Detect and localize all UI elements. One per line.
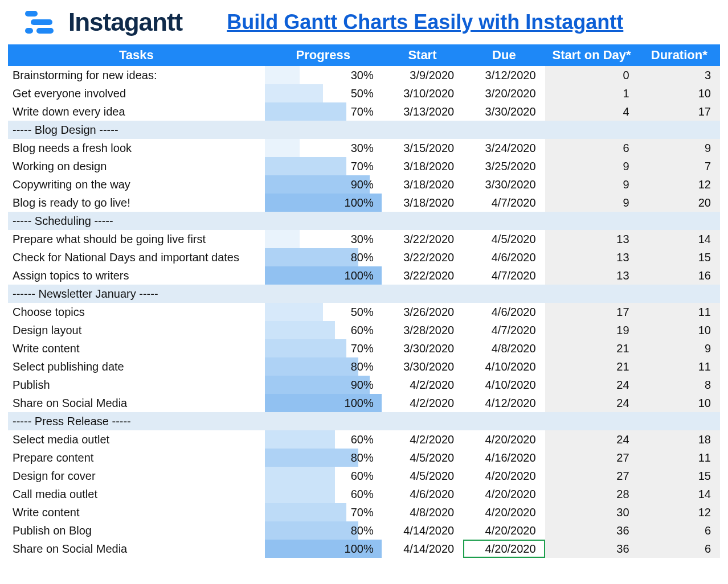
start-cell[interactable]: 3/18/2020 (382, 194, 463, 212)
start-cell[interactable]: 3/22/2020 (382, 266, 463, 285)
progress-cell[interactable]: 80% (265, 449, 382, 467)
start-on-day-cell[interactable]: 30 (545, 503, 639, 521)
task-name-cell[interactable]: Choose topics (8, 303, 265, 321)
task-name-cell[interactable]: Check for National Days and important da… (8, 248, 265, 266)
start-cell[interactable]: 4/5/2020 (382, 449, 463, 467)
progress-cell[interactable]: 30% (265, 139, 382, 157)
start-cell[interactable]: 4/2/2020 (382, 394, 463, 412)
start-on-day-cell[interactable]: 0 (545, 66, 639, 84)
duration-cell[interactable]: 18 (639, 430, 720, 449)
due-cell[interactable]: 3/12/2020 (463, 66, 545, 84)
col-tasks[interactable]: Tasks (8, 44, 265, 66)
due-cell[interactable]: 4/6/2020 (463, 248, 545, 266)
start-cell[interactable]: 4/14/2020 (382, 540, 463, 558)
duration-cell[interactable]: 8 (639, 376, 720, 394)
duration-cell[interactable]: 12 (639, 175, 720, 194)
start-cell[interactable]: 3/15/2020 (382, 139, 463, 157)
duration-cell[interactable]: 12 (639, 503, 720, 521)
duration-cell[interactable]: 6 (639, 540, 720, 558)
start-cell[interactable]: 3/30/2020 (382, 339, 463, 357)
task-name-cell[interactable]: Call media outlet (8, 485, 265, 503)
due-cell[interactable]: 3/30/2020 (463, 175, 545, 194)
due-cell[interactable]: 4/6/2020 (463, 303, 545, 321)
start-on-day-cell[interactable]: 9 (545, 175, 639, 194)
start-cell[interactable]: 3/10/2020 (382, 84, 463, 102)
due-cell[interactable]: 4/16/2020 (463, 449, 545, 467)
duration-cell[interactable]: 9 (639, 139, 720, 157)
task-name-cell[interactable]: Prepare what should be going live first (8, 230, 265, 248)
start-cell[interactable]: 4/6/2020 (382, 485, 463, 503)
duration-cell[interactable]: 11 (639, 449, 720, 467)
duration-cell[interactable]: 15 (639, 467, 720, 485)
start-on-day-cell[interactable]: 28 (545, 485, 639, 503)
progress-cell[interactable]: 60% (265, 430, 382, 449)
start-on-day-cell[interactable]: 4 (545, 102, 639, 121)
progress-cell[interactable]: 50% (265, 303, 382, 321)
task-name-cell[interactable]: Design for cover (8, 467, 265, 485)
progress-cell[interactable]: 100% (265, 266, 382, 285)
start-cell[interactable]: 3/9/2020 (382, 66, 463, 84)
progress-cell[interactable]: 80% (265, 521, 382, 540)
due-cell[interactable]: 3/20/2020 (463, 84, 545, 102)
due-cell[interactable]: 4/10/2020 (463, 376, 545, 394)
due-cell[interactable]: 4/7/2020 (463, 194, 545, 212)
start-on-day-cell[interactable]: 36 (545, 540, 639, 558)
task-name-cell[interactable]: Publish (8, 376, 265, 394)
duration-cell[interactable]: 14 (639, 485, 720, 503)
start-cell[interactable]: 3/13/2020 (382, 102, 463, 121)
duration-cell[interactable]: 11 (639, 303, 720, 321)
task-name-cell[interactable]: Publish on Blog (8, 521, 265, 540)
task-name-cell[interactable]: Assign topics to writers (8, 266, 265, 285)
progress-cell[interactable]: 70% (265, 157, 382, 175)
start-on-day-cell[interactable]: 21 (545, 357, 639, 376)
due-cell[interactable]: 4/5/2020 (463, 230, 545, 248)
duration-cell[interactable]: 10 (639, 84, 720, 102)
start-cell[interactable]: 4/8/2020 (382, 503, 463, 521)
start-on-day-cell[interactable]: 19 (545, 321, 639, 339)
due-cell[interactable]: 3/30/2020 (463, 102, 545, 121)
progress-cell[interactable]: 30% (265, 66, 382, 84)
due-cell[interactable]: 4/20/2020 (463, 521, 545, 540)
start-cell[interactable]: 3/28/2020 (382, 321, 463, 339)
duration-cell[interactable]: 14 (639, 230, 720, 248)
due-cell[interactable]: 4/20/2020 (463, 430, 545, 449)
col-due[interactable]: Due (463, 44, 545, 66)
start-cell[interactable]: 3/18/2020 (382, 175, 463, 194)
progress-cell[interactable]: 80% (265, 357, 382, 376)
task-name-cell[interactable]: Share on Social Media (8, 540, 265, 558)
start-on-day-cell[interactable]: 9 (545, 157, 639, 175)
due-cell[interactable]: 3/24/2020 (463, 139, 545, 157)
duration-cell[interactable]: 10 (639, 394, 720, 412)
start-on-day-cell[interactable]: 21 (545, 339, 639, 357)
start-on-day-cell[interactable]: 24 (545, 430, 639, 449)
progress-cell[interactable]: 70% (265, 503, 382, 521)
progress-cell[interactable]: 90% (265, 175, 382, 194)
due-cell[interactable]: 4/20/2020 (463, 467, 545, 485)
col-start-on-day[interactable]: Start on Day* (545, 44, 639, 66)
duration-cell[interactable]: 10 (639, 321, 720, 339)
progress-cell[interactable]: 60% (265, 321, 382, 339)
progress-cell[interactable]: 70% (265, 102, 382, 121)
start-on-day-cell[interactable]: 24 (545, 394, 639, 412)
task-name-cell[interactable]: Write content (8, 503, 265, 521)
start-cell[interactable]: 4/5/2020 (382, 467, 463, 485)
due-cell[interactable]: 4/10/2020 (463, 357, 545, 376)
start-cell[interactable]: 3/22/2020 (382, 230, 463, 248)
task-name-cell[interactable]: Prepare content (8, 449, 265, 467)
progress-cell[interactable]: 90% (265, 376, 382, 394)
section-label[interactable]: ------ Newsletter January ----- (8, 285, 720, 303)
start-on-day-cell[interactable]: 13 (545, 230, 639, 248)
progress-cell[interactable]: 50% (265, 84, 382, 102)
start-on-day-cell[interactable]: 13 (545, 248, 639, 266)
col-duration[interactable]: Duration* (639, 44, 720, 66)
due-cell[interactable]: 4/8/2020 (463, 339, 545, 357)
progress-cell[interactable]: 30% (265, 230, 382, 248)
start-on-day-cell[interactable]: 1 (545, 84, 639, 102)
start-cell[interactable]: 4/14/2020 (382, 521, 463, 540)
start-cell[interactable]: 4/2/2020 (382, 430, 463, 449)
progress-cell[interactable]: 100% (265, 540, 382, 558)
duration-cell[interactable]: 11 (639, 357, 720, 376)
section-label[interactable]: ----- Scheduling ----- (8, 212, 720, 230)
start-on-day-cell[interactable]: 13 (545, 266, 639, 285)
start-cell[interactable]: 3/30/2020 (382, 357, 463, 376)
